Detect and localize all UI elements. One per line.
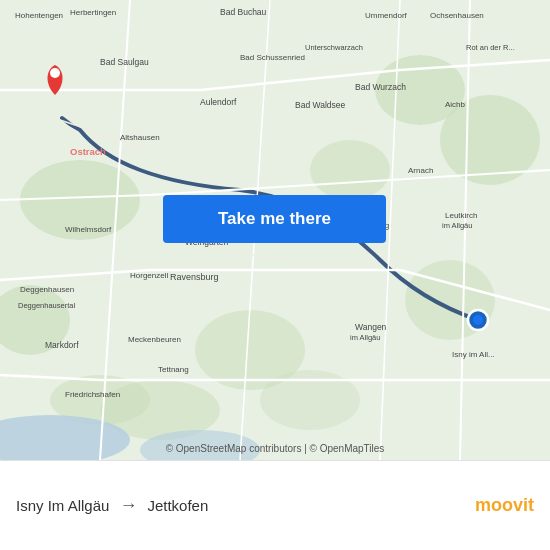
svg-text:Aichb: Aichb — [445, 100, 466, 109]
svg-text:Rot an der R...: Rot an der R... — [466, 43, 515, 52]
svg-point-5 — [310, 140, 390, 200]
svg-text:Deggenhausertal: Deggenhausertal — [18, 301, 75, 310]
route-arrow: → — [119, 495, 137, 516]
svg-point-31 — [473, 315, 483, 325]
svg-text:Aulendorf: Aulendorf — [200, 97, 237, 107]
map-container: Ostrach Bad Saulgau Bad Buchau Aulendorf… — [0, 0, 550, 460]
svg-text:Wilhelmsdorf: Wilhelmsdorf — [65, 225, 112, 234]
route-from: Isny Im Allgäu — [16, 497, 109, 514]
svg-text:im Allgäu: im Allgäu — [350, 333, 380, 342]
svg-text:Horgenzell: Horgenzell — [130, 271, 168, 280]
svg-text:Ostrach: Ostrach — [70, 146, 106, 157]
svg-text:Altshausen: Altshausen — [120, 133, 160, 142]
svg-text:Ravensburg: Ravensburg — [170, 272, 219, 282]
route-to: Jettkofen — [147, 497, 208, 514]
svg-text:Leutkirch: Leutkirch — [445, 211, 477, 220]
svg-text:Bad Waldsee: Bad Waldsee — [295, 100, 346, 110]
moovit-logo: moovit — [475, 495, 534, 516]
svg-text:Arnach: Arnach — [408, 166, 433, 175]
svg-text:Unterschwarzach: Unterschwarzach — [305, 43, 363, 52]
svg-text:Markdorf: Markdorf — [45, 340, 79, 350]
moovit-brand-text: moovit — [475, 495, 534, 516]
svg-text:Friedrichshafen: Friedrichshafen — [65, 390, 120, 399]
map-attribution: © OpenStreetMap contributors | © OpenMap… — [0, 443, 550, 454]
svg-text:Ochsenhausen: Ochsenhausen — [430, 11, 484, 20]
svg-text:Tettnang: Tettnang — [158, 365, 189, 374]
svg-text:Bad Schussenried: Bad Schussenried — [240, 53, 305, 62]
svg-text:Bad Saulgau: Bad Saulgau — [100, 57, 149, 67]
bottom-bar: Isny Im Allgäu → Jettkofen moovit — [0, 460, 550, 550]
svg-text:Meckenbeuren: Meckenbeuren — [128, 335, 181, 344]
svg-text:Herbertingen: Herbertingen — [70, 8, 116, 17]
take-me-there-button[interactable]: Take me there — [163, 195, 386, 243]
svg-point-29 — [50, 68, 60, 78]
svg-text:im Allgäu: im Allgäu — [442, 221, 472, 230]
svg-text:Bad Wurzach: Bad Wurzach — [355, 82, 406, 92]
svg-text:Hohentengen: Hohentengen — [15, 11, 63, 20]
svg-text:Ummendorf: Ummendorf — [365, 11, 408, 20]
svg-text:Isny im All...: Isny im All... — [452, 350, 495, 359]
svg-text:Wangen: Wangen — [355, 322, 387, 332]
svg-text:Deggenhausen: Deggenhausen — [20, 285, 74, 294]
svg-text:Bad Buchau: Bad Buchau — [220, 7, 267, 17]
